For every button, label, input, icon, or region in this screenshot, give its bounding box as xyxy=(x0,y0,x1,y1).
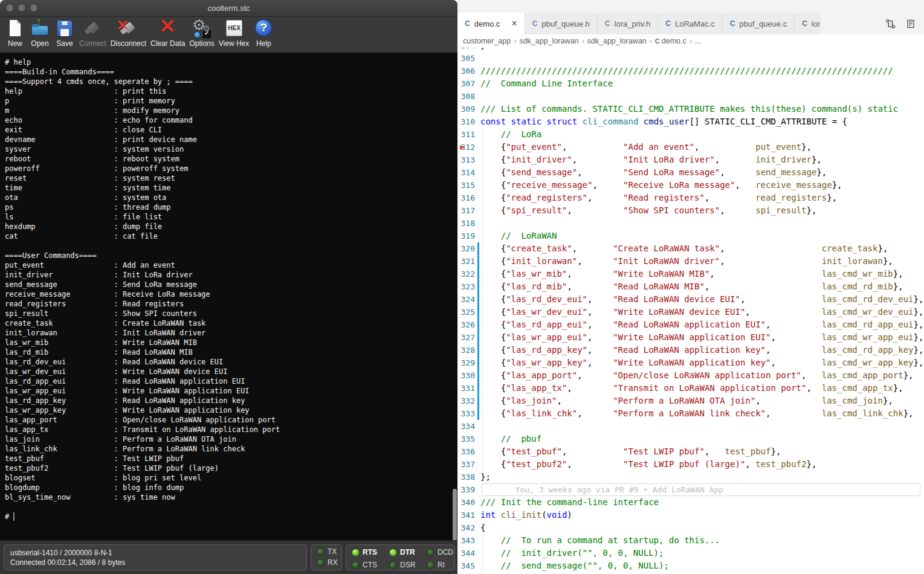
line-number: 335 xyxy=(457,433,480,445)
toolbar-connect-button[interactable]: Connect xyxy=(79,17,106,48)
tab-demo-c[interactable]: Cdemo.c× xyxy=(457,13,525,34)
code-editor[interactable]: 304}305306//////////////////////////////… xyxy=(457,48,924,574)
line-number: 331 xyxy=(457,382,480,395)
code-line-text: {"test_pbuf", "Test LWIP pbuf", test_pbu… xyxy=(480,445,924,458)
code-line-307: 307// Command Line Interface xyxy=(457,77,924,90)
code-line-text: {"las_rd_mib", "Read LoRaWAN MIB", las_c… xyxy=(480,280,924,293)
breadcrumb-item[interactable]: C demo.c xyxy=(655,37,687,45)
toolbar-label: Open xyxy=(31,39,48,48)
breadcrumb-item[interactable]: sdk_app_lorawan xyxy=(587,37,647,45)
git-modified-indicator xyxy=(477,242,479,255)
coolterm-titlebar[interactable]: coolterm.stc xyxy=(0,0,457,17)
tab-label: demo.c xyxy=(474,19,500,28)
code-line-text: {"las_join", "Perform a LoRaWAN OTA join… xyxy=(480,395,924,407)
toolbar-save-button[interactable]: Save xyxy=(54,17,75,48)
code-line-332: 332 {"las_join", "Perform a LoRaWAN OTA … xyxy=(457,395,924,407)
minimize-button[interactable] xyxy=(18,4,25,11)
led-indicator xyxy=(427,549,435,556)
tab-LoRaMac-c[interactable]: CLoRaMac.c xyxy=(658,13,722,34)
toolbar-disconnect-button[interactable]: Disconnect xyxy=(111,17,146,48)
toolbar-label: Help xyxy=(256,39,271,48)
toolbar-new-button[interactable]: New xyxy=(5,17,25,48)
line-number: 325 xyxy=(457,306,480,318)
led-ri: RI xyxy=(427,561,456,570)
terminal-scrollbar-thumb[interactable] xyxy=(453,489,457,541)
line-number: 338 xyxy=(457,471,480,483)
code-line-313: 313 {"init_driver", "Init LoRa driver", … xyxy=(457,153,924,166)
code-line-text: {"receive_message", "Receive LoRa messag… xyxy=(480,179,924,192)
breadcrumb-item[interactable]: customer_app xyxy=(463,37,511,45)
tab-lor[interactable]: Clor xyxy=(795,13,820,34)
close-tab-icon[interactable]: × xyxy=(511,19,517,28)
code-line-319: 319 // LoRaWAN xyxy=(457,230,924,242)
gutter-marker-arrow-icon[interactable] xyxy=(460,145,465,150)
line-number: 329 xyxy=(457,356,480,369)
tab-label: pbuf_queue.c xyxy=(739,19,787,28)
code-line-text: {"las_app_tx", "Transmit on LoRaWAN appl… xyxy=(480,382,924,395)
open-changes-icon[interactable] xyxy=(885,19,896,29)
breadcrumb-separator: › xyxy=(581,37,584,45)
toolbar-label: View Hex xyxy=(219,39,249,48)
led-dcd: DCD xyxy=(427,548,456,558)
options-icon xyxy=(192,18,212,39)
toolbar-hex-button[interactable]: View Hex xyxy=(219,17,249,48)
code-line-text: {"create_task", "Create LoRaWAN task", c… xyxy=(480,242,924,255)
line-number: 309 xyxy=(457,103,480,115)
line-number: 332 xyxy=(457,395,480,407)
toolbar-help-button[interactable]: Help xyxy=(253,17,274,48)
tab-pbuf_queue-c[interactable]: Cpbuf_queue.c xyxy=(723,13,795,34)
code-line-text xyxy=(480,52,924,65)
help-icon xyxy=(253,18,274,39)
close-button[interactable] xyxy=(6,4,13,11)
breadcrumb-item[interactable]: ... xyxy=(695,37,701,45)
open-icon xyxy=(30,18,50,39)
code-line-336: 336 {"test_pbuf", "Test LWIP pbuf", test… xyxy=(457,445,924,458)
git-modified-indicator xyxy=(477,318,479,331)
code-line-325: 325 {"las_wr_dev_eui", "Write LoRaWAN de… xyxy=(457,306,924,318)
code-line-324: 324 {"las_rd_dev_eui", "Read LoRaWAN dev… xyxy=(457,293,924,306)
disconnect-icon xyxy=(118,18,138,39)
terminal-view[interactable]: # help ====Build-in Commands==== ====Sup… xyxy=(0,53,457,541)
line-number: 344 xyxy=(457,547,480,559)
tab-pbuf_queue-h[interactable]: Cpbuf_queue.h xyxy=(525,13,598,34)
signal-led-panel: RTSDTRDCDCTSDSRRI xyxy=(346,544,455,570)
line-number: 311 xyxy=(457,128,480,141)
git-modified-indicator xyxy=(477,369,479,382)
breadcrumb-item[interactable]: sdk_app_lorawan xyxy=(519,37,578,45)
code-line-308: 308 xyxy=(457,90,924,103)
open-preview-icon[interactable] xyxy=(906,19,916,29)
zoom-button[interactable] xyxy=(30,4,37,11)
line-number: 334 xyxy=(457,420,480,433)
line-number: 304 xyxy=(457,48,480,52)
toolbar-open-button[interactable]: Open xyxy=(30,17,50,48)
toolbar-options-button[interactable]: Options xyxy=(189,17,214,48)
code-line-343: 343 // To run a command at startup, do t… xyxy=(457,534,924,547)
code-line-text: {"las_app_port", "Open/close LoRaWAN app… xyxy=(480,369,924,382)
code-line-329: 329 {"las_wr_app_key", "Write LoRaWAN ap… xyxy=(457,356,924,369)
toolbar-clear-button[interactable]: Clear Data xyxy=(150,17,185,48)
led-rts: RTS xyxy=(352,548,389,558)
line-number: 333 xyxy=(457,407,480,420)
clear-icon xyxy=(158,18,178,39)
code-line-314: 314 {"send_message", "Send LoRa message"… xyxy=(457,166,924,179)
file-type-icon: C xyxy=(605,19,610,28)
code-line-316: 316 {"read_registers", "Read registers",… xyxy=(457,192,924,204)
save-icon xyxy=(54,18,75,39)
led-dtr: DTR xyxy=(389,548,427,558)
code-line-337: 337 {"test_pbuf2", "Test LWIP pbuf (larg… xyxy=(457,458,924,471)
code-line-334: 334 xyxy=(457,420,924,433)
code-line-text: // LoRa xyxy=(480,128,924,141)
led-indicator xyxy=(389,561,397,569)
breadcrumb-separator: › xyxy=(514,37,516,45)
toolbar-label: Disconnect xyxy=(111,39,146,48)
code-line-317: 317 {"spi_result", "Show SPI counters", … xyxy=(457,204,924,217)
led-indicator xyxy=(352,561,360,569)
led-rx: RX xyxy=(317,559,341,567)
terminal-output: # help ====Build-in Commands==== ====Sup… xyxy=(0,53,457,521)
code-line-text: { xyxy=(480,521,924,534)
line-number: 327 xyxy=(457,331,480,344)
code-line-342: 342{ xyxy=(457,521,924,534)
code-line-text: {"test_pbuf2", "Test LWIP pbuf (large)",… xyxy=(480,458,924,471)
code-line-text: /// Init the command-line interface xyxy=(480,496,924,509)
tab-lora_priv-h[interactable]: Clora_priv.h xyxy=(598,13,658,34)
